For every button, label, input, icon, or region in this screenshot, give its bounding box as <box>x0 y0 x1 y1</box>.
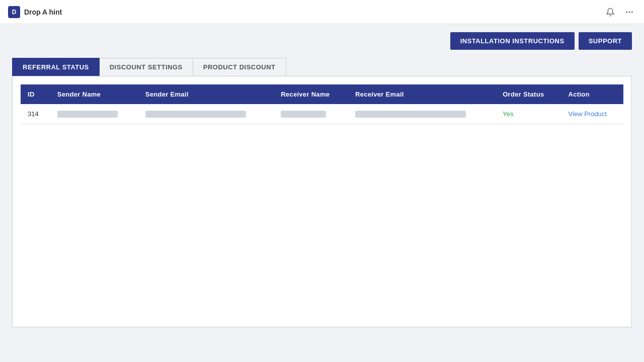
main-content: REFERRAL STATUS DISCOUNT SETTINGS PRODUC… <box>0 58 644 327</box>
tab-product-discount[interactable]: PRODUCT DISCOUNT <box>193 58 286 76</box>
cell-order-status: Yes <box>496 104 561 124</box>
order-status-value: Yes <box>503 110 513 118</box>
receiver-email-placeholder <box>355 111 466 118</box>
top-bar: D Drop A hint <box>0 0 644 24</box>
app-icon: D <box>8 6 20 18</box>
referral-table: ID Sender Name Sender Email Receiver Nam… <box>21 84 623 124</box>
view-product-link[interactable]: View Product <box>569 110 607 118</box>
col-order-status: Order Status <box>496 84 561 104</box>
top-bar-right <box>604 6 636 19</box>
col-sender-name: Sender Name <box>50 84 138 104</box>
cell-receiver-email <box>348 104 496 124</box>
col-sender-email: Sender Email <box>138 84 274 104</box>
cell-receiver-name <box>274 104 348 124</box>
app-title: Drop A hint <box>24 8 62 16</box>
tab-discount-settings[interactable]: DISCOUNT SETTINGS <box>100 58 193 76</box>
col-id: ID <box>21 84 50 104</box>
installation-instructions-button[interactable]: INSTALLATION INSTRUCTIONS <box>450 32 575 50</box>
more-options-icon[interactable] <box>623 6 636 19</box>
table-header-row: ID Sender Name Sender Email Receiver Nam… <box>21 84 623 104</box>
cell-sender-email <box>138 104 274 124</box>
receiver-name-placeholder <box>281 111 326 118</box>
cell-id: 314 <box>21 104 50 124</box>
cell-action: View Product <box>561 104 623 124</box>
svg-point-0 <box>626 11 627 13</box>
col-receiver-name: Receiver Name <box>274 84 348 104</box>
tab-referral-status[interactable]: REFERRAL STATUS <box>12 58 100 76</box>
cell-sender-name <box>50 104 138 124</box>
sender-email-placeholder <box>145 111 246 118</box>
col-action: Action <box>561 84 623 104</box>
svg-point-2 <box>631 11 633 13</box>
svg-point-1 <box>629 11 630 13</box>
tabs: REFERRAL STATUS DISCOUNT SETTINGS PRODUC… <box>12 58 632 76</box>
sender-name-placeholder <box>57 111 118 118</box>
top-bar-left: D Drop A hint <box>8 6 62 18</box>
support-button[interactable]: SUPPORT <box>579 32 632 50</box>
bell-icon[interactable] <box>604 6 617 19</box>
header-area: INSTALLATION INSTRUCTIONS SUPPORT <box>0 24 644 58</box>
table-row: 314 Yes <box>21 104 623 124</box>
col-receiver-email: Receiver Email <box>348 84 496 104</box>
table-container: ID Sender Name Sender Email Receiver Nam… <box>12 76 632 327</box>
